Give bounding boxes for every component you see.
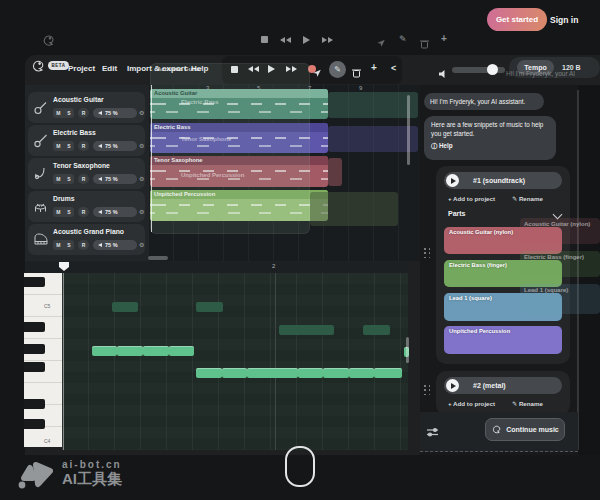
watermark-title: AI工具集	[62, 470, 122, 489]
logo-bird-icon[interactable]	[30, 58, 46, 78]
track-row-acoustic-grand-piano[interactable]: Acoustic Grand Piano MS R 75 % ⚙	[28, 224, 145, 255]
info-icon: ⓘ	[431, 142, 437, 149]
piano-roll-vertical-scrollbar[interactable]	[406, 337, 409, 363]
add-tool-button[interactable]: +	[371, 62, 377, 73]
solo-button[interactable]: S	[67, 242, 70, 248]
track-volume-slider[interactable]: 75 %	[93, 141, 137, 151]
piano-keyboard[interactable]	[24, 273, 62, 447]
mouse-cursor-outline	[285, 446, 315, 487]
settings-sliders-icon[interactable]	[426, 424, 439, 442]
play-snippet-icon[interactable]	[446, 379, 459, 392]
master-volume-thumb[interactable]	[487, 64, 498, 75]
track-options-icon[interactable]: ⚙	[139, 208, 144, 215]
timeline-horizontal-scrollbar[interactable]	[148, 256, 168, 260]
track-name: Acoustic Grand Piano	[53, 228, 124, 235]
add-to-project-button[interactable]: + Add to project	[448, 195, 495, 202]
ghost-fast-forward-icon	[322, 37, 333, 43]
piano-note[interactable]	[117, 346, 143, 356]
rename-button[interactable]: ✎ Rename	[512, 400, 543, 407]
track-row-electric-bass[interactable]: Electric Bass MS R 75 % ⚙	[28, 125, 145, 156]
record-arm-button[interactable]: R	[78, 141, 89, 151]
black-key[interactable]	[24, 277, 45, 287]
timeline-vertical-scrollbar[interactable]	[407, 95, 410, 165]
speaker-icon	[98, 177, 102, 181]
drag-handle-icon[interactable]	[424, 248, 431, 259]
black-key[interactable]	[24, 344, 45, 354]
menu-project[interactable]: Project	[68, 64, 95, 73]
piano-note[interactable]	[169, 346, 194, 356]
black-key[interactable]	[24, 399, 45, 409]
ruler-number: 9	[359, 85, 362, 91]
track-row-tenor-saxophone[interactable]: Tenor Saxophone MS R 75 % ⚙	[28, 158, 145, 189]
track-options-icon[interactable]: ⚙	[139, 142, 144, 149]
snippet-card-2: #2 (metal) + Add to project ✎ Rename	[436, 371, 570, 415]
record-arm-button[interactable]: R	[78, 108, 89, 118]
assistant-intro-bubble: Here are a few snippets of music to help…	[424, 116, 556, 160]
ghost-clip-fragment	[328, 92, 418, 118]
track-volume-slider[interactable]: 75 %	[93, 207, 137, 217]
solo-button[interactable]: S	[67, 110, 70, 116]
solo-button[interactable]: S	[67, 209, 70, 215]
ghost-clip-label: Unpitched Percussion	[181, 172, 244, 178]
continue-music-button[interactable]: Continue music	[485, 418, 565, 441]
snippet-1-player[interactable]: #1 (soundtrack)	[444, 172, 562, 189]
help-link[interactable]: ⓘ Help	[431, 141, 549, 150]
solo-button[interactable]: S	[67, 176, 70, 182]
track-row-acoustic-guitar[interactable]: Acoustic Guitar MS R 75 % ⚙	[28, 92, 145, 123]
track-options-icon[interactable]: ⚙	[139, 241, 144, 248]
piano-roll-measure-number: 2	[272, 263, 275, 269]
rename-button[interactable]: ✎ Rename	[512, 195, 543, 202]
piano-note[interactable]	[112, 302, 138, 312]
track-options-icon[interactable]: ⚙	[139, 109, 144, 116]
mute-button[interactable]: M	[56, 110, 60, 116]
record-arm-button[interactable]: R	[78, 207, 89, 217]
play-snippet-icon[interactable]	[446, 174, 459, 187]
piano-note[interactable]	[323, 368, 349, 378]
pencil-icon: ✎	[334, 65, 341, 74]
mute-button[interactable]: M	[56, 176, 60, 182]
pencil-tool-button[interactable]: ✎	[329, 61, 346, 78]
track-row-drums[interactable]: Drums MS R 75 % ⚙	[28, 191, 145, 222]
pointer-tool-button[interactable]	[312, 64, 322, 82]
track-volume-slider[interactable]: 75 %	[93, 240, 137, 250]
track-volume-slider[interactable]: 75 %	[93, 174, 137, 184]
piano-note[interactable]	[363, 325, 390, 335]
black-key[interactable]	[24, 322, 45, 332]
mute-button[interactable]: M	[56, 143, 60, 149]
sign-in-button[interactable]: Sign in	[550, 15, 578, 25]
piano-note[interactable]	[196, 302, 223, 312]
black-key[interactable]	[24, 362, 45, 372]
key-label-c5: C5	[44, 303, 50, 309]
get-started-button[interactable]: Get started	[487, 8, 547, 31]
piano-note[interactable]	[349, 368, 374, 378]
menu-edit[interactable]: Edit	[102, 64, 117, 73]
part-unpitched-percussion[interactable]: Unpitched Percussion	[444, 326, 562, 354]
snippet-2-player[interactable]: #2 (metal)	[444, 377, 562, 394]
solo-button[interactable]: S	[67, 143, 70, 149]
add-to-project-button[interactable]: + Add to project	[448, 400, 495, 407]
record-arm-button[interactable]: R	[78, 174, 89, 184]
speaker-icon	[98, 144, 102, 148]
undo-button[interactable]: <	[391, 63, 396, 73]
ghost-clip-fragment	[328, 126, 418, 152]
piano-note[interactable]	[247, 368, 298, 378]
delete-tool-button[interactable]	[352, 64, 361, 82]
record-arm-button[interactable]: R	[78, 240, 89, 250]
piano-note[interactable]	[298, 368, 323, 378]
guitar-icon	[33, 100, 48, 119]
mute-button[interactable]: M	[56, 209, 60, 215]
piano-note[interactable]	[374, 368, 402, 378]
drag-handle-icon[interactable]	[424, 385, 431, 396]
parts-section-label: Parts	[448, 210, 466, 217]
piano-note[interactable]	[143, 346, 169, 356]
track-options-icon[interactable]: ⚙	[139, 175, 144, 182]
piano-note[interactable]	[196, 368, 222, 378]
piano-note[interactable]	[92, 346, 117, 356]
track-volume-slider[interactable]: 75 %	[93, 108, 137, 118]
piano-roll-ruler[interactable]	[25, 262, 408, 273]
piano-roll-grid[interactable]	[62, 273, 408, 450]
black-key[interactable]	[24, 419, 45, 429]
piano-note[interactable]	[222, 368, 247, 378]
piano-note[interactable]	[279, 325, 334, 335]
mute-button[interactable]: M	[56, 242, 60, 248]
